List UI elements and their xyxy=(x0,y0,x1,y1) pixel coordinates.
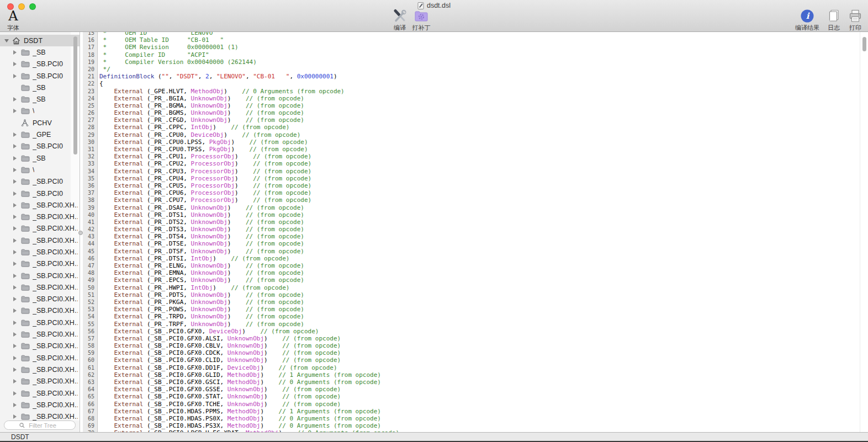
disclosure-triangle-icon[interactable] xyxy=(13,202,21,209)
disclosure-triangle-icon[interactable] xyxy=(13,273,21,279)
disclosure-triangle-icon[interactable] xyxy=(13,49,21,56)
code-line-text: External (_PR_.TRPD, UnknownObj) // (fro… xyxy=(98,313,304,320)
disclosure-triangle-icon[interactable] xyxy=(13,167,21,173)
tree-item-sb-pci0-xh[interactable]: _SB.PCI0.XH… xyxy=(0,235,80,246)
code-line: 15 * OEM ID "LENOVO" xyxy=(83,32,868,36)
log-button[interactable]: 日志 xyxy=(827,8,841,32)
disclosure-triangle-icon[interactable] xyxy=(13,413,21,420)
code-line: 39 External (_PR_.DSAE, UnknownObj) // (… xyxy=(83,204,868,211)
tree-item-label: _SB.PCI0.XH… xyxy=(33,284,78,291)
tree-item-sb-pci0-xh[interactable]: _SB.PCI0.XH… xyxy=(0,281,80,293)
compile-results-button[interactable]: i 编译结果 xyxy=(795,8,819,32)
disclosure-triangle-icon[interactable] xyxy=(13,143,21,150)
tree-item-dsdt[interactable]: DSDT xyxy=(0,35,80,46)
zoom-window-button[interactable] xyxy=(29,3,36,10)
folder-icon xyxy=(21,225,31,232)
tree-item-sb-pci0-xh[interactable]: _SB.PCI0.XH… xyxy=(0,399,80,411)
tree-item-sb[interactable]: _SB xyxy=(0,93,80,105)
pane-splitter-handle[interactable] xyxy=(78,231,83,235)
line-number: 68 xyxy=(83,415,98,422)
sidebar-scrollbar-thumb[interactable] xyxy=(73,36,77,155)
tree-item-sb-pci0[interactable]: _SB.PCI0 xyxy=(0,70,80,82)
tree-item-gpe[interactable]: _GPE xyxy=(0,129,80,140)
disclosure-triangle-icon[interactable] xyxy=(4,38,12,44)
disclosure-triangle-icon[interactable] xyxy=(13,155,21,162)
tree-item-sb-pci0-xh[interactable]: _SB.PCI0.XH… xyxy=(0,328,80,340)
tree-item-sb-pci0-xh[interactable]: _SB.PCI0.XH… xyxy=(0,340,80,352)
code-line-text: * OEM Revision 0x00000001 (1) xyxy=(98,44,239,51)
tree-item-sb-pci0-xh[interactable]: _SB.PCI0.XH… xyxy=(0,270,80,281)
line-number: 18 xyxy=(83,51,98,58)
patch-button[interactable]: 打补丁 xyxy=(410,8,433,32)
code-line-text: External (_SB_.PCI0.GFX0, DeviceObj) // … xyxy=(98,328,319,335)
disclosure-triangle-icon[interactable] xyxy=(13,61,21,67)
tree-item-[interactable]: \ xyxy=(0,105,80,117)
tree-item-sb-pci0[interactable]: _SB.PCI0 xyxy=(0,176,80,188)
print-button[interactable]: 打印 xyxy=(848,8,862,32)
tree-item-sb-pci0-xh[interactable]: _SB.PCI0.XH… xyxy=(0,317,80,328)
editor-scrollbar-thumb[interactable] xyxy=(862,37,866,51)
code-line: 55 External (_PR_.TRPF, UnknownObj) // (… xyxy=(83,321,868,328)
folder-icon xyxy=(21,366,31,374)
print-label: 打印 xyxy=(849,24,861,32)
code-line: 47 External (_PR_.ELNG, UnknownObj) // (… xyxy=(83,262,868,269)
disclosure-triangle-icon[interactable] xyxy=(13,237,21,244)
tree-item-[interactable]: \ xyxy=(0,164,80,175)
disclosure-triangle-icon[interactable] xyxy=(13,307,21,314)
tree-item-sb-pci0-xh[interactable]: _SB.PCI0.XH… xyxy=(0,223,80,235)
disclosure-triangle-icon[interactable] xyxy=(13,249,21,255)
tree-item-label: DSDT xyxy=(24,37,43,45)
code-line-text: External (_PR_.ELNG, UnknownObj) // (fro… xyxy=(98,262,304,269)
tree-item-sb[interactable]: _SB xyxy=(0,152,80,164)
tree-item-sb[interactable]: _SB xyxy=(0,82,80,93)
tree-item-sb[interactable]: _SB xyxy=(0,46,80,58)
tree-item-sb-pci0-xh[interactable]: _SB.PCI0.XH… xyxy=(0,211,80,222)
tree-item-sb-pci0-xh[interactable]: _SB.PCI0.XH… xyxy=(0,364,80,375)
tree-item-sb-pci0-xh[interactable]: _SB.PCI0.XH… xyxy=(0,387,80,399)
disclosure-triangle-icon[interactable] xyxy=(13,178,21,185)
tree-item-sb-pci0[interactable]: _SB.PCI0 xyxy=(0,188,80,199)
disclosure-triangle-icon[interactable] xyxy=(13,390,21,397)
tree-item-sb-pci0-xh[interactable]: _SB.PCI0.XH… xyxy=(0,246,80,258)
font-button[interactable]: A 字体 xyxy=(3,8,23,32)
code-line: 58 External (_SB_.PCI0.GFX0.CBLV, Unknow… xyxy=(83,342,868,349)
disclosure-triangle-icon[interactable] xyxy=(13,190,21,197)
tree-item-sb-pci0[interactable]: _SB.PCI0 xyxy=(0,58,80,70)
tree-item-sb-pci0-xh[interactable]: _SB.PCI0.XH… xyxy=(0,352,80,364)
disclosure-triangle-icon[interactable] xyxy=(13,296,21,302)
tree-item-pchv[interactable]: PCHV xyxy=(0,117,80,129)
tree-item-sb-pci0-xh[interactable]: _SB.PCI0.XH… xyxy=(0,305,80,317)
tree-item-sb-pci0-xh[interactable]: _SB.PCI0.XH… xyxy=(0,376,80,387)
code-editor[interactable]: 15 * OEM ID "LENOVO"16 * OEM Table ID "C… xyxy=(83,32,868,432)
code-line-text: External (_PR_.DTS4, UnknownObj) // (fro… xyxy=(98,233,304,240)
compile-button[interactable]: 编译 xyxy=(389,8,410,32)
disclosure-triangle-icon[interactable] xyxy=(13,108,21,114)
disclosure-triangle-icon[interactable] xyxy=(13,225,21,232)
filter-tree-input[interactable] xyxy=(4,422,75,429)
disclosure-triangle-icon[interactable] xyxy=(13,260,21,267)
tree-item-label: _SB.PCI0.XH… xyxy=(33,248,78,256)
disclosure-triangle-icon[interactable] xyxy=(13,343,21,349)
tree-item-sb-pci0[interactable]: _SB.PCI0 xyxy=(0,141,80,152)
disclosure-triangle-icon[interactable] xyxy=(13,73,21,79)
disclosure-triangle-icon[interactable] xyxy=(13,131,21,138)
folder-icon xyxy=(21,237,31,244)
code-line: 16 * OEM Table ID "CB-01 " xyxy=(83,36,868,44)
disclosure-triangle-icon[interactable] xyxy=(13,96,21,103)
tree-item-sb-pci0-xh[interactable]: _SB.PCI0.XH… xyxy=(0,199,80,211)
folder-icon xyxy=(21,142,31,150)
disclosure-triangle-icon[interactable] xyxy=(13,366,21,373)
disclosure-triangle-icon[interactable] xyxy=(13,319,21,326)
disclosure-triangle-icon[interactable] xyxy=(13,331,21,338)
line-number: 38 xyxy=(83,196,98,204)
home-icon xyxy=(12,37,22,45)
disclosure-triangle-icon[interactable] xyxy=(13,355,21,361)
line-number: 40 xyxy=(83,211,98,219)
editor-scrollbar-track[interactable] xyxy=(860,32,860,432)
disclosure-triangle-icon[interactable] xyxy=(13,214,21,220)
disclosure-triangle-icon[interactable] xyxy=(13,378,21,385)
disclosure-triangle-icon[interactable] xyxy=(13,284,21,291)
disclosure-triangle-icon[interactable] xyxy=(13,402,21,408)
tree-item-sb-pci0-xh[interactable]: _SB.PCI0.XH… xyxy=(0,258,80,270)
tree-item-sb-pci0-xh[interactable]: _SB.PCI0.XH… xyxy=(0,294,80,305)
